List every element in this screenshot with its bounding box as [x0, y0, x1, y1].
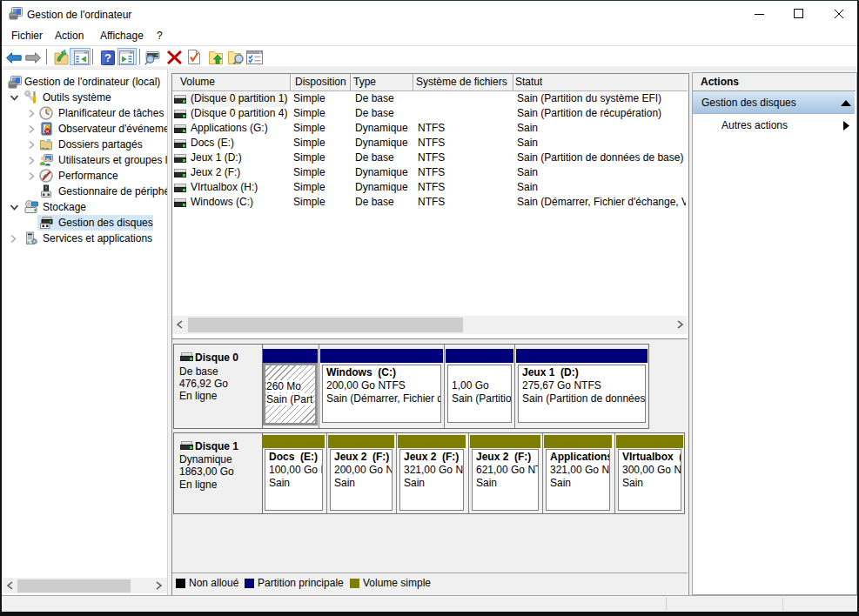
svg-text:?: ?	[104, 51, 111, 64]
